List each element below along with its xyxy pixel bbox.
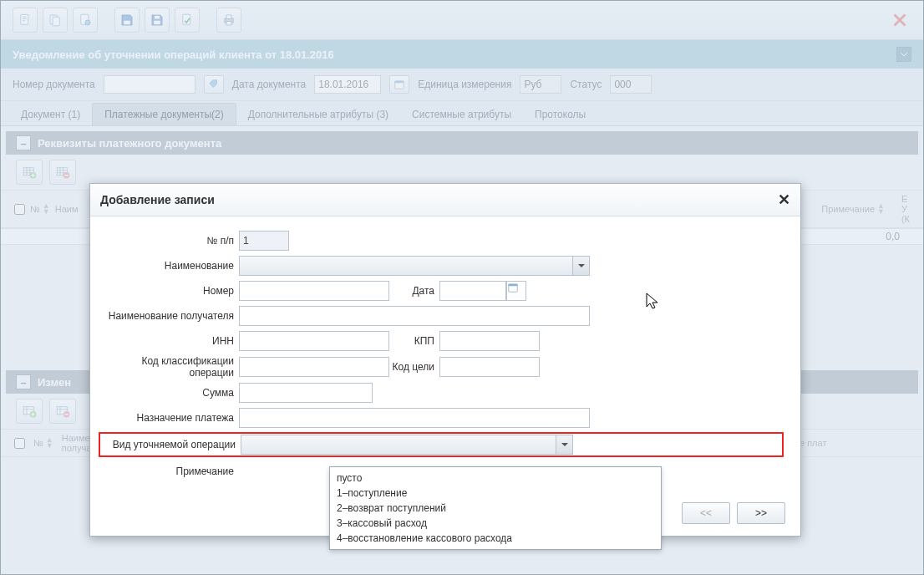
- tab-payment-docs[interactable]: Платежные документы(2): [92, 103, 236, 125]
- label-kko: Код классификации операции: [99, 355, 239, 379]
- select-all-checkbox[interactable]: [14, 204, 25, 215]
- svg-rect-6: [154, 21, 160, 25]
- label-recip: Наименование получателя: [99, 310, 239, 322]
- unit-label: Единица измерения: [418, 79, 511, 90]
- input-recip[interactable]: [239, 306, 590, 326]
- main-toolbar: [1, 1, 923, 40]
- grid-delete-icon: [55, 404, 70, 419]
- input-kpp[interactable]: [439, 331, 540, 351]
- svg-rect-2: [53, 17, 59, 26]
- dropdown-option-2[interactable]: 2–возврат поступлений: [335, 501, 656, 516]
- label-goal: Код цели: [389, 361, 439, 373]
- approve-icon: [180, 13, 195, 28]
- tab-extra-attrs[interactable]: Дополнительные атрибуты (3): [236, 104, 400, 125]
- modal-header: Добавление записи ✕: [90, 184, 800, 216]
- section-requisites: – Реквизиты платежного документа: [6, 131, 918, 155]
- copy-doc-icon: [48, 13, 63, 28]
- input-goal[interactable]: [439, 357, 540, 377]
- label-kpp: КПП: [389, 335, 439, 347]
- input-number[interactable]: [239, 281, 389, 301]
- modal-close-button[interactable]: ✕: [778, 191, 790, 209]
- chevron-down-icon: [900, 50, 908, 59]
- label-sum: Сумма: [99, 387, 239, 399]
- add-row-button-2[interactable]: [16, 399, 43, 424]
- calendar-icon: [507, 282, 519, 293]
- add-row-button[interactable]: [16, 160, 43, 185]
- label-number: Номер: [99, 285, 239, 297]
- input-date[interactable]: [439, 281, 506, 301]
- save-as-button[interactable]: [114, 8, 140, 33]
- input-purpose[interactable]: [239, 408, 590, 428]
- approve-button[interactable]: [175, 8, 200, 33]
- doc-no-lookup[interactable]: [204, 75, 224, 94]
- combo-op-kind[interactable]: [241, 435, 573, 455]
- op-kind-dropdown: пусто 1–поступление 2–возврат поступлени…: [329, 466, 662, 550]
- filter-bar: Номер документа Дата документа Единица и…: [1, 69, 923, 101]
- select-all-checkbox-2[interactable]: [14, 438, 25, 449]
- delete-row-button[interactable]: [49, 160, 76, 185]
- chevron-down-icon: [577, 262, 586, 270]
- col-note: Примечание: [821, 204, 875, 214]
- section-toggle-1[interactable]: –: [16, 135, 31, 150]
- svg-rect-11: [226, 22, 231, 26]
- modal-title: Добавление записи: [100, 193, 215, 206]
- close-x-icon: [891, 11, 909, 29]
- label-npp: № п/п: [99, 235, 239, 247]
- section-title-2: Измен: [38, 376, 71, 389]
- close-app-button[interactable]: [888, 8, 911, 32]
- label-inn: ИНН: [99, 335, 239, 347]
- attach-button[interactable]: [73, 8, 98, 33]
- new-doc-button[interactable]: [13, 8, 38, 33]
- combo-name[interactable]: [239, 256, 590, 276]
- doc-no-input[interactable]: [104, 75, 195, 94]
- copy-doc-button[interactable]: [43, 8, 68, 33]
- save-as-icon: [119, 13, 135, 28]
- combo-name-toggle[interactable]: [572, 257, 589, 275]
- grid-add-icon: [22, 165, 37, 180]
- date-picker-button[interactable]: [506, 281, 526, 301]
- status-label: Статус: [570, 79, 602, 90]
- grid-add-icon: [22, 404, 37, 419]
- svg-rect-13: [395, 81, 404, 83]
- doc-date-picker[interactable]: [389, 75, 409, 94]
- svg-rect-10: [226, 15, 231, 19]
- print-button[interactable]: [216, 8, 241, 33]
- grid-delete-icon: [55, 165, 70, 180]
- section-toggle-2[interactable]: –: [16, 374, 31, 389]
- next-button[interactable]: >>: [737, 502, 785, 524]
- svg-rect-5: [124, 21, 130, 25]
- input-kko[interactable]: [239, 357, 389, 377]
- dropdown-option-4[interactable]: 4–восстановление кассового расхода: [335, 531, 656, 546]
- label-op-kind: Вид уточняемой операции: [100, 439, 241, 450]
- save-icon: [150, 13, 165, 28]
- status-input: [610, 75, 652, 94]
- print-icon: [221, 13, 236, 28]
- label-purpose: Назначение платежа: [99, 412, 239, 424]
- prev-button[interactable]: <<: [682, 502, 730, 524]
- svg-rect-23: [509, 284, 518, 286]
- input-inn[interactable]: [239, 331, 389, 351]
- zero-value: 0,0: [886, 231, 900, 242]
- tab-protocols[interactable]: Протоколы: [523, 104, 597, 125]
- dropdown-option-empty[interactable]: пусто: [335, 471, 656, 486]
- save-button[interactable]: [145, 8, 170, 33]
- label-name: Наименование: [99, 260, 239, 272]
- delete-row-button-2[interactable]: [49, 399, 76, 424]
- svg-rect-0: [21, 14, 28, 24]
- dropdown-option-3[interactable]: 3–кассовый расход: [335, 516, 656, 531]
- section-title-1: Реквизиты платежного документа: [38, 137, 221, 150]
- dropdown-option-1[interactable]: 1–поступление: [335, 486, 656, 501]
- input-sum[interactable]: [239, 383, 373, 403]
- label-date: Дата: [389, 285, 439, 297]
- document-title: Уведомление об уточнении операций клиент…: [13, 48, 334, 61]
- header-dropdown-button[interactable]: [896, 47, 911, 62]
- input-op-kind[interactable]: [241, 435, 556, 454]
- combo-op-kind-toggle[interactable]: [556, 435, 572, 454]
- doc-date-input[interactable]: [314, 75, 381, 94]
- input-npp: [239, 231, 289, 251]
- tab-system-attrs[interactable]: Системные атрибуты: [400, 104, 523, 125]
- chevron-down-icon: [561, 440, 569, 449]
- input-name[interactable]: [240, 257, 572, 275]
- col-no: №: [30, 204, 40, 214]
- tab-document[interactable]: Документ (1): [9, 104, 92, 125]
